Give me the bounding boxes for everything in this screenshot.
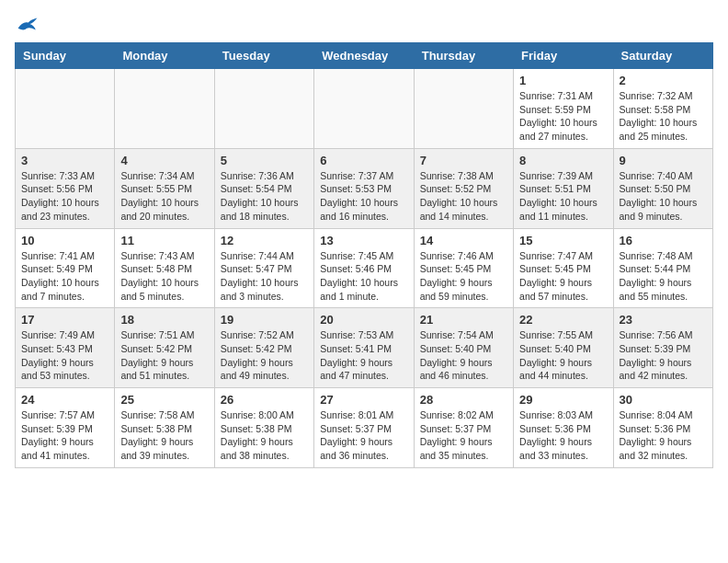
calendar-cell: 17Sunrise: 7:49 AM Sunset: 5:43 PM Dayli… <box>16 308 115 388</box>
day-number: 26 <box>221 393 308 407</box>
day-info: Sunrise: 7:55 AM Sunset: 5:40 PM Dayligh… <box>519 328 607 383</box>
day-number: 10 <box>21 234 108 247</box>
day-number: 22 <box>519 313 607 327</box>
calendar-cell: 21Sunrise: 7:54 AM Sunset: 5:40 PM Dayli… <box>414 308 513 388</box>
day-info: Sunrise: 7:41 AM Sunset: 5:49 PM Dayligh… <box>21 249 108 304</box>
calendar-cell <box>314 69 414 149</box>
day-number: 12 <box>221 234 308 247</box>
day-number: 13 <box>320 234 407 247</box>
calendar-cell: 4Sunrise: 7:34 AM Sunset: 5:55 PM Daylig… <box>115 148 214 228</box>
day-number: 4 <box>120 154 208 167</box>
day-number: 23 <box>620 313 707 327</box>
logo-bird-icon <box>17 15 39 33</box>
weekday-header: Thursday <box>414 43 513 69</box>
day-info: Sunrise: 7:53 AM Sunset: 5:41 PM Dayligh… <box>320 328 407 383</box>
weekday-header: Tuesday <box>214 43 313 69</box>
day-number: 25 <box>120 393 208 407</box>
page-header <box>15 15 713 33</box>
day-number: 3 <box>21 154 108 167</box>
day-number: 21 <box>420 313 507 327</box>
day-info: Sunrise: 7:52 AM Sunset: 5:42 PM Dayligh… <box>221 328 308 383</box>
day-info: Sunrise: 8:01 AM Sunset: 5:37 PM Dayligh… <box>320 408 407 463</box>
calendar-row: 10Sunrise: 7:41 AM Sunset: 5:49 PM Dayli… <box>16 228 713 308</box>
day-info: Sunrise: 7:56 AM Sunset: 5:39 PM Dayligh… <box>620 328 707 383</box>
day-info: Sunrise: 7:39 AM Sunset: 5:51 PM Dayligh… <box>519 169 607 224</box>
calendar-cell: 30Sunrise: 8:04 AM Sunset: 5:36 PM Dayli… <box>613 388 712 468</box>
calendar-row: 24Sunrise: 7:57 AM Sunset: 5:39 PM Dayli… <box>16 388 713 468</box>
day-info: Sunrise: 7:34 AM Sunset: 5:55 PM Dayligh… <box>120 169 208 224</box>
day-number: 2 <box>620 74 707 87</box>
calendar-header-row: SundayMondayTuesdayWednesdayThursdayFrid… <box>16 43 713 69</box>
day-number: 6 <box>320 154 407 167</box>
day-info: Sunrise: 7:33 AM Sunset: 5:56 PM Dayligh… <box>21 169 108 224</box>
weekday-header: Saturday <box>613 43 712 69</box>
day-info: Sunrise: 7:47 AM Sunset: 5:45 PM Dayligh… <box>519 249 607 304</box>
day-info: Sunrise: 7:32 AM Sunset: 5:58 PM Dayligh… <box>620 89 707 144</box>
calendar-cell: 9Sunrise: 7:40 AM Sunset: 5:50 PM Daylig… <box>613 148 712 228</box>
day-info: Sunrise: 7:44 AM Sunset: 5:47 PM Dayligh… <box>221 249 308 304</box>
calendar-row: 1Sunrise: 7:31 AM Sunset: 5:59 PM Daylig… <box>16 69 713 149</box>
calendar-cell: 3Sunrise: 7:33 AM Sunset: 5:56 PM Daylig… <box>16 148 115 228</box>
calendar-cell: 15Sunrise: 7:47 AM Sunset: 5:45 PM Dayli… <box>514 228 613 308</box>
calendar-cell: 2Sunrise: 7:32 AM Sunset: 5:58 PM Daylig… <box>613 69 712 149</box>
day-info: Sunrise: 7:45 AM Sunset: 5:46 PM Dayligh… <box>320 249 407 304</box>
day-number: 7 <box>420 154 507 167</box>
calendar-cell: 19Sunrise: 7:52 AM Sunset: 5:42 PM Dayli… <box>214 308 313 388</box>
calendar-cell: 18Sunrise: 7:51 AM Sunset: 5:42 PM Dayli… <box>115 308 214 388</box>
calendar-cell: 6Sunrise: 7:37 AM Sunset: 5:53 PM Daylig… <box>314 148 414 228</box>
day-number: 1 <box>519 74 607 87</box>
day-info: Sunrise: 7:43 AM Sunset: 5:48 PM Dayligh… <box>120 249 208 304</box>
weekday-header: Friday <box>514 43 613 69</box>
day-number: 18 <box>120 313 208 327</box>
day-info: Sunrise: 8:02 AM Sunset: 5:37 PM Dayligh… <box>420 408 507 463</box>
day-number: 27 <box>320 393 407 407</box>
calendar-cell: 24Sunrise: 7:57 AM Sunset: 5:39 PM Dayli… <box>16 388 115 468</box>
day-info: Sunrise: 7:49 AM Sunset: 5:43 PM Dayligh… <box>21 328 108 383</box>
calendar-cell: 14Sunrise: 7:46 AM Sunset: 5:45 PM Dayli… <box>414 228 513 308</box>
day-info: Sunrise: 7:36 AM Sunset: 5:54 PM Dayligh… <box>221 169 308 224</box>
day-number: 29 <box>519 393 607 407</box>
day-number: 24 <box>21 393 108 407</box>
day-number: 16 <box>620 234 707 247</box>
calendar-cell <box>115 69 214 149</box>
weekday-header: Sunday <box>16 43 115 69</box>
calendar-row: 17Sunrise: 7:49 AM Sunset: 5:43 PM Dayli… <box>16 308 713 388</box>
day-number: 17 <box>21 313 108 327</box>
calendar-cell: 28Sunrise: 8:02 AM Sunset: 5:37 PM Dayli… <box>414 388 513 468</box>
day-number: 20 <box>320 313 407 327</box>
calendar-cell: 27Sunrise: 8:01 AM Sunset: 5:37 PM Dayli… <box>314 388 414 468</box>
calendar-cell: 7Sunrise: 7:38 AM Sunset: 5:52 PM Daylig… <box>414 148 513 228</box>
weekday-header: Wednesday <box>314 43 414 69</box>
day-info: Sunrise: 7:40 AM Sunset: 5:50 PM Dayligh… <box>620 169 707 224</box>
calendar-cell: 20Sunrise: 7:53 AM Sunset: 5:41 PM Dayli… <box>314 308 414 388</box>
day-info: Sunrise: 8:03 AM Sunset: 5:36 PM Dayligh… <box>519 408 607 463</box>
day-info: Sunrise: 7:54 AM Sunset: 5:40 PM Dayligh… <box>420 328 507 383</box>
calendar-table: SundayMondayTuesdayWednesdayThursdayFrid… <box>15 42 713 468</box>
day-info: Sunrise: 7:58 AM Sunset: 5:38 PM Dayligh… <box>120 408 208 463</box>
calendar-cell: 13Sunrise: 7:45 AM Sunset: 5:46 PM Dayli… <box>314 228 414 308</box>
day-number: 9 <box>620 154 707 167</box>
day-info: Sunrise: 7:51 AM Sunset: 5:42 PM Dayligh… <box>120 328 208 383</box>
calendar-cell: 29Sunrise: 8:03 AM Sunset: 5:36 PM Dayli… <box>514 388 613 468</box>
logo <box>15 15 39 33</box>
day-info: Sunrise: 8:00 AM Sunset: 5:38 PM Dayligh… <box>221 408 308 463</box>
day-number: 28 <box>420 393 507 407</box>
calendar-cell: 16Sunrise: 7:48 AM Sunset: 5:44 PM Dayli… <box>613 228 712 308</box>
day-info: Sunrise: 7:37 AM Sunset: 5:53 PM Dayligh… <box>320 169 407 224</box>
day-number: 14 <box>420 234 507 247</box>
day-info: Sunrise: 7:38 AM Sunset: 5:52 PM Dayligh… <box>420 169 507 224</box>
day-number: 15 <box>519 234 607 247</box>
calendar-cell <box>414 69 513 149</box>
calendar-cell: 5Sunrise: 7:36 AM Sunset: 5:54 PM Daylig… <box>214 148 313 228</box>
calendar-cell: 23Sunrise: 7:56 AM Sunset: 5:39 PM Dayli… <box>613 308 712 388</box>
calendar-cell: 25Sunrise: 7:58 AM Sunset: 5:38 PM Dayli… <box>115 388 214 468</box>
day-info: Sunrise: 7:31 AM Sunset: 5:59 PM Dayligh… <box>519 89 607 144</box>
day-number: 11 <box>120 234 208 247</box>
day-info: Sunrise: 7:57 AM Sunset: 5:39 PM Dayligh… <box>21 408 108 463</box>
calendar-cell: 22Sunrise: 7:55 AM Sunset: 5:40 PM Dayli… <box>514 308 613 388</box>
calendar-cell <box>214 69 313 149</box>
calendar-cell: 10Sunrise: 7:41 AM Sunset: 5:49 PM Dayli… <box>16 228 115 308</box>
day-number: 19 <box>221 313 308 327</box>
day-number: 5 <box>221 154 308 167</box>
day-info: Sunrise: 7:46 AM Sunset: 5:45 PM Dayligh… <box>420 249 507 304</box>
